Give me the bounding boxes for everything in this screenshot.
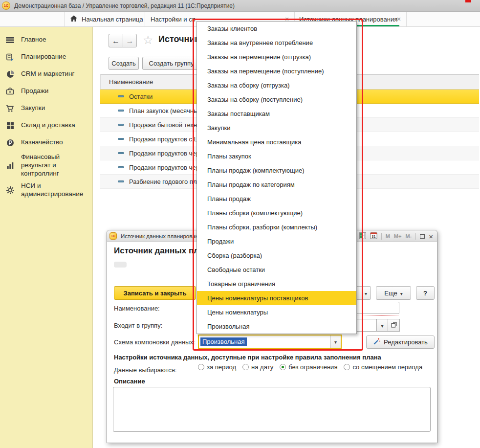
magic-wand-icon xyxy=(373,337,381,347)
dropdown-item[interactable]: Товарные ограничения xyxy=(197,277,356,291)
list-table-icon[interactable] xyxy=(359,232,366,241)
sidebar-item-crm-marketing[interactable]: CRM и маркетинг xyxy=(0,66,92,83)
sidebar-item-planirovanie[interactable]: Планирование xyxy=(0,48,92,66)
dropdown-item[interactable]: Заказы на перемещение (поступление) xyxy=(197,64,356,78)
dash-icon xyxy=(118,138,124,140)
dropdown-item[interactable]: Планы сборки (комплектующие) xyxy=(197,206,356,220)
sidebar-item-finrezultat[interactable]: Финансовый результат и контроллинг xyxy=(0,151,92,180)
description-label: Описание xyxy=(114,378,145,385)
close-icon[interactable]: × xyxy=(429,233,433,240)
history-nav: ← → xyxy=(109,34,137,47)
sidebar-item-label: Склад и доставка xyxy=(21,121,75,130)
toolbar-icon[interactable] xyxy=(20,14,29,24)
dropdown-item[interactable]: Заказы на сборку (поступление) xyxy=(197,92,356,107)
sidebar-item-sklad-dostavka[interactable]: Склад и доставка xyxy=(0,117,92,134)
sidebar-item-prodazhi[interactable]: Продажи xyxy=(0,83,92,100)
help-button[interactable]: ? xyxy=(416,286,435,300)
dropdown-item[interactable]: Заказы на перемещение (отгрузка) xyxy=(197,50,356,64)
dropdown-item[interactable]: Заказы на внутреннее потребление xyxy=(197,36,356,50)
radio-option[interactable]: за период xyxy=(198,363,236,371)
dropdown-item[interactable]: Заказы на сборку (отгрузка) xyxy=(197,78,356,92)
finance-icon xyxy=(5,161,15,170)
dialog-tab[interactable] xyxy=(114,262,127,268)
row-label: Продажи продуктов чер xyxy=(129,150,199,157)
maximize-icon[interactable] xyxy=(420,234,425,239)
create-group-button[interactable]: Создать группу xyxy=(142,57,200,70)
treasury-icon xyxy=(5,138,15,147)
window-close-button-fragment[interactable] xyxy=(465,0,471,2)
divider xyxy=(415,233,416,240)
group-dropdown-button[interactable]: ▾ xyxy=(376,319,388,332)
radio-option[interactable]: без ограничения xyxy=(280,363,337,371)
tab-home[interactable]: Начальная страница xyxy=(65,12,145,26)
dropdown-item[interactable]: Цены номенклатуры xyxy=(197,305,356,319)
dropdown-item[interactable]: Планы продаж xyxy=(197,192,356,206)
data-select-label: Данные выбираются: xyxy=(114,366,176,374)
dropdown-item[interactable]: Сборка (разборка) xyxy=(197,248,356,263)
save-and-close-button[interactable]: Записать и закрыть xyxy=(114,286,196,300)
1c-logo-icon: 1С xyxy=(2,1,10,10)
dropdown-item[interactable]: Цены номенклатуры поставщиков xyxy=(197,291,356,305)
dropdown-item[interactable]: Продажи xyxy=(197,234,356,248)
group-label: Входит в группу: xyxy=(114,322,162,329)
dash-icon xyxy=(118,110,124,112)
dropdown-item[interactable]: Свободные остатки xyxy=(197,263,356,277)
radio-option[interactable]: на дату xyxy=(242,363,273,371)
radio-label: за период xyxy=(207,363,236,371)
row-label: Остатки xyxy=(129,93,153,100)
divider xyxy=(381,233,382,240)
sidebar-item-zakupki[interactable]: Закупки xyxy=(0,100,92,117)
row-label: План закупок (месячны xyxy=(129,107,198,114)
dropdown-item[interactable]: Планы продаж по категориям xyxy=(197,178,356,192)
sidebar-item-label: Главное xyxy=(21,36,46,44)
dropdown-item[interactable]: Минимальная цена поставщика xyxy=(197,135,356,149)
dropdown-item[interactable]: Планы закупок xyxy=(197,149,356,163)
toolbar-icon[interactable] xyxy=(52,14,62,24)
sidebar-item-nsi-admin[interactable]: НСИ и администрирование xyxy=(0,180,92,201)
dropdown-item[interactable]: Планы продаж (комплектующие) xyxy=(197,163,356,178)
sidebar: Главное Планирование CRM и маркетинг Про… xyxy=(0,27,93,448)
sidebar-item-label: Казначейство xyxy=(21,138,63,147)
sidebar-item-glavnoe[interactable]: Главное xyxy=(0,31,92,48)
group-open-button[interactable] xyxy=(388,319,400,332)
toolbar-icon[interactable] xyxy=(36,14,45,24)
favorite-star-icon[interactable]: ☆ xyxy=(143,33,153,47)
edit-button[interactable]: Редактировать xyxy=(366,336,435,349)
dropdown-item[interactable]: Планы сборки, разборки (комплекты) xyxy=(197,220,356,234)
description-textarea[interactable] xyxy=(113,387,431,432)
tab-label: Настройки и сп xyxy=(151,16,196,23)
dropdown-item[interactable]: Заказы поставщикам xyxy=(197,107,356,121)
back-button[interactable]: ← xyxy=(109,34,123,47)
close-icon[interactable]: × xyxy=(395,15,402,23)
calendar-icon[interactable]: 31 xyxy=(370,232,377,241)
combobox-dropdown-button[interactable]: ▾ xyxy=(330,336,341,348)
radio-label: на дату xyxy=(251,363,273,371)
quick-toolbar xyxy=(0,12,65,26)
chevron-down-icon: ▾ xyxy=(400,290,403,297)
radio-option[interactable]: со смещением периода xyxy=(344,363,422,371)
dropdown-item[interactable]: Произвольная xyxy=(197,319,356,334)
schema-selected-value: Произвольная xyxy=(200,337,247,346)
sidebar-item-kaznacheystvo[interactable]: Казначейство xyxy=(0,134,92,151)
row-label: Продажи бытовой техни xyxy=(129,121,200,129)
sidebar-item-label: Планирование xyxy=(21,53,66,61)
dash-icon xyxy=(118,95,124,97)
open-form-icon xyxy=(391,322,397,329)
radio-label: без ограничения xyxy=(288,363,337,371)
gear-icon xyxy=(5,186,15,195)
dropdown-item[interactable]: Заказы клиентов xyxy=(197,22,356,36)
cart-icon xyxy=(5,104,15,113)
dash-icon xyxy=(118,180,124,182)
toolbar-icon[interactable] xyxy=(3,14,13,24)
forward-button[interactable]: → xyxy=(123,34,137,47)
more-button[interactable]: Еще▾ xyxy=(376,286,411,300)
memory-m-button[interactable]: M xyxy=(386,233,390,239)
window-titlebar: 1С Демонстрационная база / Управление то… xyxy=(0,0,480,12)
svg-text:31: 31 xyxy=(371,235,375,238)
dropdown-item[interactable]: Закупки xyxy=(197,121,356,135)
memory-m-plus-button[interactable]: M+ xyxy=(394,233,402,239)
schema-combobox[interactable]: Произвольная ▾ xyxy=(198,335,342,349)
memory-m-minus-button[interactable]: M- xyxy=(405,233,412,239)
create-button[interactable]: Создать xyxy=(109,57,139,70)
schema-dropdown-list: Заказы клиентов Заказы на внутреннее пот… xyxy=(196,21,357,334)
